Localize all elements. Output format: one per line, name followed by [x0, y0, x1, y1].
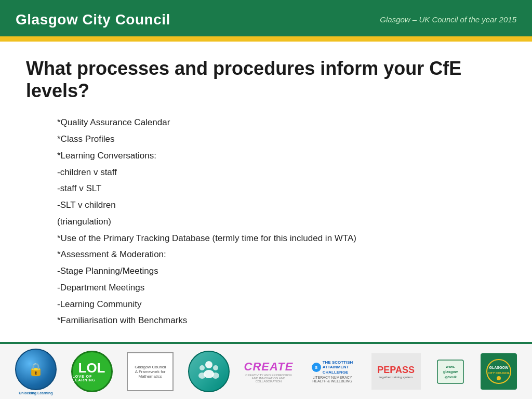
logo-framework: Glasgow CouncilA Framework for Mathemati… — [127, 352, 174, 391]
svg-point-13 — [497, 376, 501, 380]
svg-point-5 — [212, 373, 219, 379]
list-item: -Department Meetings — [57, 280, 506, 296]
pepass-text: PEPASS — [377, 365, 415, 376]
pepass-sub: together training system — [379, 376, 413, 379]
svg-text:www.: www. — [445, 365, 455, 368]
lol-text: LOL — [78, 361, 105, 375]
attainment-badge: S — [312, 363, 321, 372]
create-text: CREATE — [244, 360, 294, 374]
main-content: What processes and procedures inform you… — [0, 42, 532, 340]
list-item: *Quality Assurance Calendar — [57, 115, 506, 130]
footer: Unlocking Learning LOL LOVE OF LEARNING … — [0, 342, 532, 399]
list-item: *Learning Conversations: — [57, 148, 506, 164]
glasgow-crest-svg: GLASGOW CITY COUNCIL — [486, 358, 512, 384]
svg-point-3 — [198, 373, 206, 379]
svg-text:.gov.uk: .gov.uk — [444, 375, 457, 379]
framework-label: Glasgow CouncilA Framework for Mathemati… — [130, 365, 170, 379]
org-title: Glasgow City Council — [16, 11, 170, 28]
logo-attainment: S THE SCOTTISHATTAINMENTCHALLENGE LITERA… — [308, 360, 357, 383]
glasgow-web-block: www. glasgow .gov.uk — [435, 357, 466, 386]
lol-sub: LOVE OF LEARNING — [73, 375, 111, 382]
logo-people — [188, 351, 230, 392]
slide-title: What processes and procedures inform you… — [26, 57, 506, 102]
bullet-list: *Quality Assurance Calendar*Class Profil… — [26, 115, 506, 328]
list-item: -Stage Planning/Meetings — [57, 263, 506, 279]
create-sub: CREATIVITY AND EXPRESSION AND INNOVATION… — [245, 374, 292, 383]
logo-create: CREATE CREATIVITY AND EXPRESSION AND INN… — [244, 360, 294, 383]
lol-circle: LOL LOVE OF LEARNING — [71, 351, 113, 392]
page-header: Glasgow City Council Glasgow – UK Counci… — [0, 0, 532, 39]
list-item: -children v staff — [57, 165, 506, 180]
svg-text:CITY COUNCIL: CITY COUNCIL — [488, 371, 510, 375]
logo-glasgow-badge: GLASGOW CITY COUNCIL — [481, 353, 517, 390]
attainment-text: THE SCOTTISHATTAINMENTCHALLENGE — [323, 360, 353, 375]
framework-box: Glasgow CouncilA Framework for Mathemati… — [127, 352, 174, 391]
svg-point-0 — [205, 361, 212, 368]
svg-point-2 — [200, 365, 205, 370]
people-svg — [196, 358, 222, 384]
list-item: -staff v SLT — [57, 181, 506, 196]
list-item: *Familiarisation with Benchmarks — [57, 313, 506, 328]
logo-glasgow-web: www. glasgow .gov.uk — [435, 357, 466, 386]
glasgow-web-svg: www. glasgow .gov.uk — [435, 357, 466, 386]
header-tagline: Glasgow – UK Council of the year 2015 — [380, 15, 516, 24]
logo-lol: LOL LOVE OF LEARNING — [71, 351, 113, 392]
attainment-block: S THE SCOTTISHATTAINMENTCHALLENGE LITERA… — [308, 360, 357, 383]
list-item: -SLT v children — [57, 197, 506, 213]
pepass-block: PEPASS together training system — [371, 353, 421, 390]
svg-text:GLASGOW: GLASGOW — [489, 366, 509, 369]
list-item: (triangulation) — [57, 214, 506, 230]
globe-label: Unlocking Learning — [19, 391, 52, 395]
attainment-top: S THE SCOTTISHATTAINMENTCHALLENGE — [312, 360, 353, 375]
footer-logos: Unlocking Learning LOL LOVE OF LEARNING … — [0, 344, 532, 399]
globe-icon — [15, 349, 57, 390]
glasgow-badge-block: GLASGOW CITY COUNCIL — [481, 353, 517, 390]
logo-pepass: PEPASS together training system — [371, 353, 421, 390]
list-item: *Class Profiles — [57, 131, 506, 147]
svg-text:glasgow: glasgow — [443, 370, 458, 374]
list-item: -Learning Community — [57, 297, 506, 312]
list-item: *Assessment & Moderation: — [57, 247, 506, 262]
logo-unlocking-learning: Unlocking Learning — [15, 349, 57, 395]
people-circle — [188, 351, 230, 392]
attainment-sub: LITERACY NUMERACYHEALTH & WELLBEING — [312, 376, 352, 383]
svg-point-4 — [213, 365, 218, 370]
list-item: *Use of the Primary Tracking Database (t… — [57, 231, 506, 246]
